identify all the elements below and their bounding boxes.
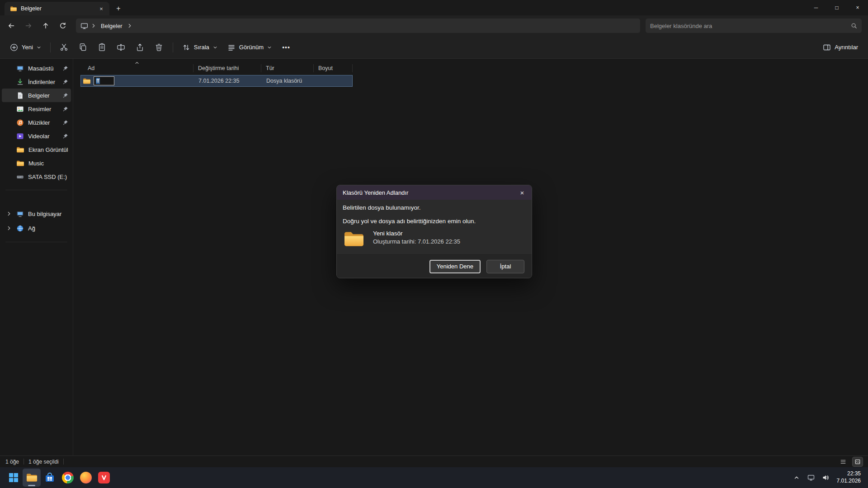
rename-dialog: Klasörü Yeniden Adlandır × Belirtilen do…	[336, 185, 532, 278]
sidebar-item-downloads[interactable]: İndirilenler	[2, 75, 71, 89]
network-tray-icon[interactable]	[804, 469, 818, 486]
chevron-right-icon[interactable]	[6, 211, 12, 216]
dialog-close-icon[interactable]: ×	[513, 185, 532, 200]
sidebar-item-music-folder[interactable]: Music	[2, 156, 71, 170]
column-headers: Ad Değiştirme tarihi Tür Boyut	[80, 62, 868, 74]
sidebar-item-videos[interactable]: Videolar	[2, 129, 71, 143]
folder-icon	[16, 160, 24, 167]
sidebar-item-sata-ssd[interactable]: SATA SSD (E:)	[2, 170, 71, 183]
dialog-title: Klasörü Yeniden Adlandır	[343, 189, 408, 196]
sort-ascending-icon	[135, 61, 139, 65]
more-options-button[interactable]: •••	[277, 40, 295, 55]
tab-close-icon[interactable]: ×	[97, 4, 106, 13]
up-button[interactable]	[38, 18, 53, 33]
share-button[interactable]	[131, 40, 149, 55]
pin-icon	[63, 106, 68, 112]
sidebar-item-pictures[interactable]: Resimler	[2, 102, 71, 116]
music-icon	[16, 119, 24, 127]
search-icon[interactable]	[851, 23, 857, 29]
this-pc-breadcrumb-icon	[80, 22, 88, 30]
chevron-down-icon	[37, 45, 41, 50]
delete-button[interactable]	[150, 40, 168, 55]
cut-button[interactable]	[55, 40, 73, 55]
view-button[interactable]: Görünüm	[223, 40, 276, 55]
titlebar: Belgeler × + ─ □ ×	[0, 0, 868, 15]
view-list-icon	[227, 43, 236, 52]
system-tray: 22:35 7.01.2026	[790, 469, 865, 486]
item-count: 1 öğe	[5, 459, 19, 465]
forward-button[interactable]	[21, 18, 36, 33]
column-header-type[interactable]: Tür	[261, 64, 314, 72]
chrome-icon[interactable]	[59, 469, 77, 487]
details-pane-button[interactable]: Ayrıntılar	[818, 40, 863, 55]
start-button[interactable]	[5, 469, 23, 487]
window-controls: ─ □ ×	[806, 0, 868, 15]
clock-date: 7.01.2026	[837, 478, 861, 485]
search-box	[646, 19, 862, 33]
separator	[50, 42, 51, 52]
column-header-size[interactable]: Boyut	[314, 64, 353, 72]
separator	[5, 190, 67, 190]
pin-icon	[63, 66, 68, 71]
column-header-modified[interactable]: Değiştirme tarihi	[193, 64, 261, 72]
column-header-name[interactable]: Ad	[80, 64, 193, 72]
search-input[interactable]	[650, 23, 851, 29]
taskbar-clock[interactable]: 22:35 7.01.2026	[833, 470, 865, 484]
navigation-bar: Belgeler	[0, 15, 868, 36]
sidebar-item-screenshots[interactable]: Ekran Görüntüleri	[2, 143, 71, 156]
new-button[interactable]: Yeni	[5, 40, 46, 55]
this-pc-icon	[16, 210, 24, 218]
cancel-button[interactable]: İptal	[486, 260, 524, 273]
file-explorer-taskbar-icon[interactable]	[23, 469, 41, 487]
hidden-icons-chevron[interactable]	[790, 469, 803, 486]
retry-button[interactable]: Yeniden Dene	[429, 260, 481, 273]
new-tab-button[interactable]: +	[112, 3, 125, 14]
close-button[interactable]: ×	[847, 0, 868, 15]
breadcrumb-segment[interactable]: Belgeler	[99, 23, 124, 29]
microsoft-store-icon[interactable]	[41, 469, 59, 487]
chevron-right-icon[interactable]	[6, 225, 12, 231]
chevron-right-icon	[91, 23, 96, 28]
chevron-down-icon	[267, 45, 272, 50]
dialog-body: Belirtilen dosya bulunamıyor. Doğru yol …	[337, 200, 532, 254]
clock-time: 22:35	[837, 470, 861, 478]
drive-icon	[16, 173, 24, 181]
separator	[24, 459, 24, 465]
dialog-item-info: Yeni klasör Oluşturma tarihi: 7.01.2026 …	[343, 230, 524, 248]
minimize-button[interactable]: ─	[806, 0, 826, 15]
network-icon	[16, 225, 24, 232]
details-pane-icon	[823, 43, 831, 52]
sort-icon	[182, 43, 190, 52]
back-button[interactable]	[4, 18, 19, 33]
dialog-message-1: Belirtilen dosya bulunamıyor.	[343, 204, 524, 211]
rename-input[interactable]: ff	[94, 76, 114, 85]
sidebar-item-music[interactable]: Müzikler	[2, 116, 71, 129]
explorer-tab[interactable]: Belgeler ×	[5, 2, 109, 15]
sidebar-item-network[interactable]: Ağ	[2, 221, 71, 235]
rename-button[interactable]	[112, 40, 130, 55]
sidebar-item-documents[interactable]: Belgeler	[2, 89, 71, 102]
selected-count: 1 öğe seçildi	[28, 459, 59, 465]
command-bar: Yeni	[0, 36, 868, 59]
sidebar-item-this-pc[interactable]: Bu bilgisayar	[2, 206, 71, 221]
paste-button[interactable]	[93, 40, 111, 55]
pin-icon	[63, 93, 68, 98]
thumbnail-view-toggle[interactable]	[853, 457, 863, 466]
firefox-icon[interactable]	[77, 469, 95, 487]
refresh-button[interactable]	[55, 18, 71, 33]
separator	[5, 242, 67, 242]
maximize-button[interactable]: □	[826, 0, 847, 15]
details-view-toggle[interactable]	[838, 457, 848, 466]
plus-circle-icon	[10, 43, 18, 52]
pin-icon	[63, 79, 68, 84]
copy-button[interactable]	[74, 40, 92, 55]
volume-tray-icon[interactable]	[819, 469, 832, 486]
separator	[63, 459, 64, 465]
file-row-selected[interactable]: ff 7.01.2026 22:35 Dosya klasörü	[80, 75, 353, 87]
status-bar: 1 öğe 1 öğe seçildi	[0, 455, 868, 467]
address-bar[interactable]: Belgeler	[76, 19, 640, 33]
downloads-icon	[16, 78, 24, 86]
sort-button[interactable]: Sırala	[178, 40, 222, 55]
sidebar-item-desktop[interactable]: Masaüstü	[2, 61, 71, 75]
vivaldi-icon[interactable]	[95, 469, 113, 487]
